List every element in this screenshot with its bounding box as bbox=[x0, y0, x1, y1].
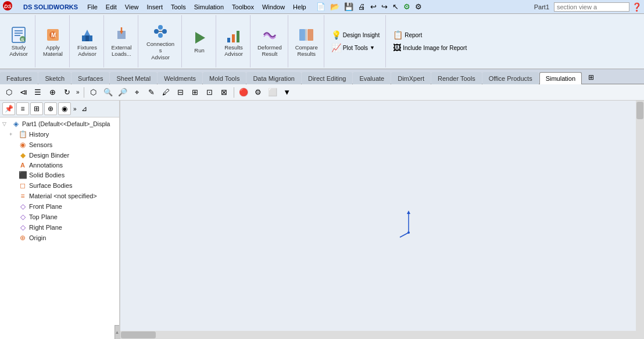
tree-grid-icon[interactable]: ⊞ bbox=[30, 102, 43, 115]
menu-help[interactable]: Help bbox=[289, 2, 310, 12]
tab-sketch[interactable]: Sketch bbox=[38, 72, 71, 84]
tab-surfaces[interactable]: Surfaces bbox=[71, 72, 109, 84]
redo-icon[interactable]: ↪ bbox=[380, 2, 389, 12]
tree-list-icon[interactable]: ≡ bbox=[16, 102, 29, 115]
toolbar-expand[interactable]: » bbox=[75, 89, 81, 95]
menu-simulation[interactable]: Simulation bbox=[191, 2, 227, 12]
menu-tools[interactable]: Tools bbox=[167, 2, 189, 12]
compare-results-button[interactable]: Compare Results bbox=[293, 24, 320, 59]
print-icon[interactable]: 🖨 bbox=[356, 2, 367, 12]
sim-tool-6[interactable]: 🖊 bbox=[160, 86, 173, 99]
canvas-hscrollbar[interactable] bbox=[120, 331, 636, 339]
tree-face-icon[interactable]: ◉ bbox=[58, 102, 71, 115]
display-style-icon[interactable]: ☰ bbox=[31, 86, 44, 99]
tab-mold-tools[interactable]: Mold Tools bbox=[203, 72, 246, 84]
include-image-icon: 🖼 bbox=[393, 43, 401, 52]
tree-item-top-plane[interactable]: ◇ Top Plane bbox=[0, 212, 119, 222]
vscroll-thumb[interactable] bbox=[636, 102, 643, 119]
tab-render-tools[interactable]: Render Tools bbox=[431, 72, 482, 84]
study-advisor-button[interactable]: S Study Advisor bbox=[6, 24, 31, 59]
sim-tool-9[interactable]: ⊡ bbox=[203, 86, 216, 99]
tree-prop-icon[interactable]: ⊕ bbox=[44, 102, 57, 115]
tab-more-icon[interactable]: ⊞ bbox=[585, 71, 598, 84]
tab-features[interactable]: Features bbox=[0, 72, 38, 84]
tree-item-front-plane[interactable]: ◇ Front Plane bbox=[0, 201, 119, 212]
menu-toolbox[interactable]: Toolbox bbox=[228, 2, 257, 12]
save-icon[interactable]: 💾 bbox=[342, 2, 355, 12]
plot-tools-button[interactable]: 📈 Plot Tools ▼ bbox=[329, 42, 382, 53]
menu-window[interactable]: Window bbox=[259, 2, 288, 12]
tab-evaluate[interactable]: Evaluate bbox=[353, 72, 391, 84]
options-icon[interactable]: ⚙ bbox=[413, 2, 424, 12]
search-input[interactable] bbox=[554, 2, 629, 12]
sim-tool-2[interactable]: 🔍 bbox=[102, 86, 115, 99]
solid-bodies-icon: ⬛ bbox=[18, 171, 27, 179]
fixtures-advisor-button[interactable]: Fixtures Advisor bbox=[74, 24, 100, 59]
rebuild-icon[interactable]: ⚙ bbox=[402, 2, 412, 12]
hscroll-thumb[interactable] bbox=[121, 331, 156, 338]
open-icon[interactable]: 📂 bbox=[328, 2, 341, 12]
sim-tool-3[interactable]: 🔎 bbox=[116, 86, 129, 99]
help-icon[interactable]: ❓ bbox=[632, 2, 642, 12]
view-orient-icon[interactable]: ⬡ bbox=[2, 86, 15, 99]
tree-root-item[interactable]: ▽ ◈ Part1 (Default<<Default>_Displa bbox=[0, 119, 119, 129]
sim-tool-11[interactable]: 🔴 bbox=[237, 86, 250, 99]
apply-material-button[interactable]: M Apply Material bbox=[40, 24, 66, 59]
report-button[interactable]: 📋 Report bbox=[391, 29, 469, 41]
sim-tool-13[interactable]: ⬜ bbox=[266, 86, 279, 99]
menu-insert[interactable]: Insert bbox=[143, 2, 166, 12]
tree-item-design-binder[interactable]: ◆ Design Binder bbox=[0, 150, 119, 160]
menu-file[interactable]: File bbox=[84, 2, 101, 12]
rotate-icon[interactable]: ↻ bbox=[60, 86, 73, 99]
sim-tool-7[interactable]: ⊟ bbox=[174, 86, 187, 99]
tab-weldments[interactable]: Weldments bbox=[158, 72, 202, 84]
run-button[interactable]: Run bbox=[187, 27, 212, 55]
tree-item-solid-bodies[interactable]: ⬛ Solid Bodies bbox=[0, 170, 119, 180]
include-image-button[interactable]: 🖼 Include Image for Report bbox=[391, 42, 469, 53]
tree-item-annotations[interactable]: A Annotations bbox=[0, 160, 119, 170]
tree-item-sensors[interactable]: ◉ Sensors bbox=[0, 140, 119, 150]
tab-data-migration[interactable]: Data Migration bbox=[246, 72, 301, 84]
deformed-result-button[interactable]: Deformed Result bbox=[255, 24, 284, 59]
sim-tool-5[interactable]: ✎ bbox=[145, 86, 158, 99]
design-insight-button[interactable]: 💡 Design Insight bbox=[329, 29, 382, 41]
history-expand-icon[interactable]: + bbox=[9, 131, 16, 137]
select-icon[interactable]: ↖ bbox=[391, 2, 400, 12]
root-expand-icon[interactable]: ▽ bbox=[2, 121, 9, 127]
canvas-vscrollbar[interactable] bbox=[636, 101, 644, 339]
sim-tool-14[interactable]: ▼ bbox=[281, 86, 294, 99]
tree-filter-icon[interactable]: ⊿ bbox=[79, 104, 90, 114]
menu-view[interactable]: View bbox=[121, 2, 142, 12]
tab-sheet-metal[interactable]: Sheet Metal bbox=[110, 72, 157, 84]
tab-office-products[interactable]: Office Products bbox=[482, 72, 539, 84]
panel-resize-handle[interactable]: ▲ bbox=[115, 325, 119, 339]
tab-direct-editing[interactable]: Direct Editing bbox=[302, 72, 352, 84]
sim-tool-1[interactable]: ⬡ bbox=[87, 86, 100, 99]
tab-dimxpert[interactable]: DimXpert bbox=[391, 72, 431, 84]
menu-edit[interactable]: Edit bbox=[102, 2, 120, 12]
canvas-viewport[interactable] bbox=[120, 101, 644, 339]
tree-item-material[interactable]: ≡ Material <not specified> bbox=[0, 191, 119, 201]
sim-tool-12[interactable]: ⚙ bbox=[252, 86, 264, 99]
tree-item-origin[interactable]: ⊕ Origin bbox=[0, 233, 119, 243]
undo-icon[interactable]: ↩ bbox=[368, 2, 378, 12]
results-advisor-button[interactable]: Results Advisor bbox=[221, 24, 246, 59]
sim-tool-10[interactable]: ⊠ bbox=[218, 86, 231, 99]
tree-toolbar-expand[interactable]: » bbox=[72, 106, 78, 112]
apply-material-label: Apply Material bbox=[43, 44, 63, 58]
new-icon[interactable]: 📄 bbox=[314, 2, 327, 12]
view-section-icon[interactable]: ⧏ bbox=[17, 86, 30, 99]
tree-item-right-plane[interactable]: ◇ Right Plane bbox=[0, 222, 119, 233]
plot-tools-dropdown-icon[interactable]: ▼ bbox=[370, 45, 375, 51]
tree-pin-icon[interactable]: 📌 bbox=[2, 102, 15, 115]
tree-item-surface-bodies[interactable]: ◻ Surface Bodies bbox=[0, 180, 119, 191]
compare-results-icon bbox=[297, 26, 316, 44]
tree-item-history[interactable]: + 📋 History bbox=[0, 129, 119, 140]
connections-advisor-button[interactable]: Connections Advisor bbox=[143, 20, 178, 62]
include-image-label: Include Image for Report bbox=[403, 45, 467, 51]
tab-simulation[interactable]: Simulation bbox=[539, 72, 582, 84]
sim-tool-4[interactable]: ⌖ bbox=[131, 86, 144, 99]
view-3d-icon[interactable]: ⊕ bbox=[46, 86, 59, 99]
sim-tool-8[interactable]: ⊞ bbox=[189, 86, 202, 99]
external-loads-button[interactable]: External Loads... bbox=[109, 24, 134, 59]
